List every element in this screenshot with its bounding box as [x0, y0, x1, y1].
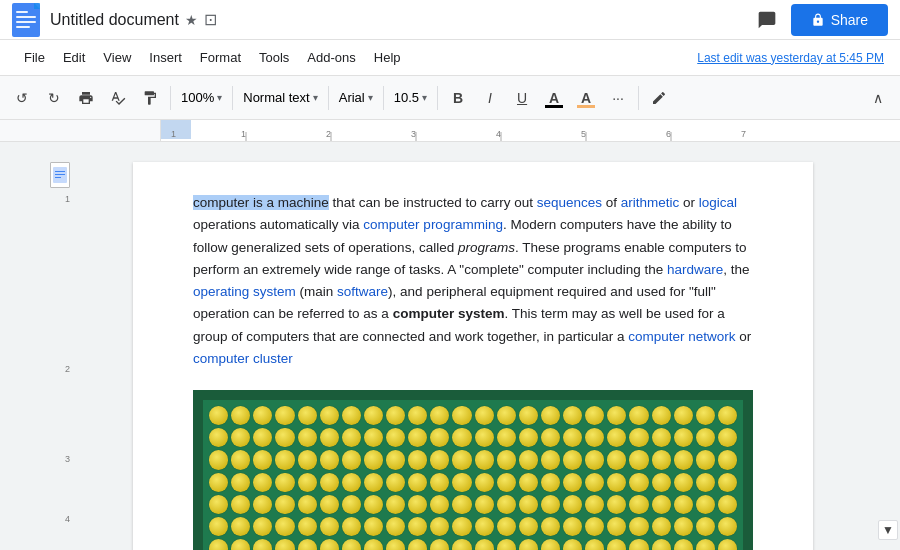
- menu-edit[interactable]: Edit: [55, 46, 93, 69]
- circuit-dot: [519, 406, 538, 425]
- document-page[interactable]: computer is a machine that can be instru…: [133, 162, 813, 550]
- doc-title-row: Untitled document ★ ⊡: [50, 10, 751, 29]
- circuit-dot: [298, 495, 317, 514]
- circuit-dot: [475, 539, 494, 550]
- circuit-dot: [430, 450, 449, 469]
- print-button[interactable]: [72, 84, 100, 112]
- menu-view[interactable]: View: [95, 46, 139, 69]
- circuit-dot: [298, 539, 317, 550]
- link-software[interactable]: software: [337, 284, 388, 299]
- style-selector[interactable]: Normal text ▾: [239, 88, 321, 107]
- circuit-dot: [364, 473, 383, 492]
- bold-computer-system: computer system: [393, 306, 505, 321]
- doc-scroll-area[interactable]: computer is a machine that can be instru…: [70, 142, 876, 550]
- edit-button[interactable]: [645, 84, 673, 112]
- circuit-dot: [253, 473, 272, 492]
- circuit-dot: [563, 517, 582, 536]
- font-color-label: A: [549, 90, 559, 106]
- paint-button[interactable]: [136, 84, 164, 112]
- doc-title[interactable]: Untitled document: [50, 11, 179, 29]
- link-sequences[interactable]: sequences: [537, 195, 602, 210]
- font-selector[interactable]: Arial ▾: [335, 88, 377, 107]
- circuit-dot: [629, 517, 648, 536]
- menu-help[interactable]: Help: [366, 46, 409, 69]
- undo-button[interactable]: ↺: [8, 84, 36, 112]
- share-button[interactable]: Share: [791, 4, 888, 36]
- doc-content[interactable]: computer is a machine that can be instru…: [193, 192, 753, 550]
- circuit-dot: [298, 517, 317, 536]
- title-bar: Untitled document ★ ⊡ Share: [0, 0, 900, 40]
- highlight-button[interactable]: A: [572, 84, 600, 112]
- font-value: Arial: [339, 90, 365, 105]
- circuit-dot: [585, 517, 604, 536]
- folder-icon[interactable]: ⊡: [204, 10, 217, 29]
- more-button[interactable]: ···: [604, 84, 632, 112]
- svg-rect-15: [55, 177, 61, 178]
- circuit-dot: [497, 517, 516, 536]
- redo-button[interactable]: ↻: [40, 84, 68, 112]
- circuit-dot: [386, 473, 405, 492]
- size-selector[interactable]: 10.5 ▾: [390, 88, 431, 107]
- menu-format[interactable]: Format: [192, 46, 249, 69]
- star-icon[interactable]: ★: [185, 12, 198, 28]
- circuit-dot: [497, 539, 516, 550]
- italic-button[interactable]: I: [476, 84, 504, 112]
- zoom-selector[interactable]: 100% ▾: [177, 88, 226, 107]
- circuit-dot: [475, 495, 494, 514]
- svg-rect-1: [16, 11, 28, 13]
- link-arithmetic[interactable]: arithmetic: [621, 195, 680, 210]
- divider-2: [232, 86, 233, 110]
- circuit-dot: [364, 450, 383, 469]
- circuit-dot: [342, 473, 361, 492]
- menu-tools[interactable]: Tools: [251, 46, 297, 69]
- circuit-dot: [696, 517, 715, 536]
- circuit-dot: [541, 406, 560, 425]
- circuit-dot: [585, 473, 604, 492]
- circuit-dot: [209, 495, 228, 514]
- circuit-dot: [386, 517, 405, 536]
- link-logical[interactable]: logical: [699, 195, 737, 210]
- link-hardware[interactable]: hardware: [667, 262, 723, 277]
- circuit-dot: [386, 539, 405, 550]
- divider-1: [170, 86, 171, 110]
- spellcheck-button[interactable]: [104, 84, 132, 112]
- circuit-dot: [563, 539, 582, 550]
- font-chevron: ▾: [368, 92, 373, 103]
- link-computer-network[interactable]: computer network: [628, 329, 735, 344]
- link-computer-programming[interactable]: computer programming: [363, 217, 503, 232]
- menu-insert[interactable]: Insert: [141, 46, 190, 69]
- link-computer-cluster[interactable]: computer cluster: [193, 351, 293, 366]
- circuit-dot: [718, 473, 737, 492]
- collapse-toolbar-button[interactable]: ∧: [864, 84, 892, 112]
- circuit-dot: [519, 473, 538, 492]
- circuit-dot: [209, 406, 228, 425]
- circuit-dot: [364, 539, 383, 550]
- circuit-dot: [497, 406, 516, 425]
- circuit-dot: [541, 517, 560, 536]
- link-operating-system[interactable]: operating system: [193, 284, 296, 299]
- circuit-dot: [408, 406, 427, 425]
- circuit-dot: [253, 539, 272, 550]
- circuit-dot: [674, 495, 693, 514]
- spellcheck-icon: [110, 90, 126, 106]
- print-icon: [78, 90, 94, 106]
- menu-file[interactable]: File: [16, 46, 53, 69]
- circuit-dot: [408, 539, 427, 550]
- svg-rect-4: [16, 26, 30, 28]
- scroll-down-button[interactable]: ▼: [878, 520, 898, 540]
- page-nav-icon[interactable]: [50, 162, 70, 188]
- circuit-dot: [298, 428, 317, 447]
- circuit-dot: [652, 450, 671, 469]
- circuit-dot: [674, 473, 693, 492]
- menu-addons[interactable]: Add-ons: [299, 46, 363, 69]
- bold-button[interactable]: B: [444, 84, 472, 112]
- underline-button[interactable]: U: [508, 84, 536, 112]
- circuit-dot: [364, 517, 383, 536]
- circuit-dot: [320, 450, 339, 469]
- font-color-bar: [545, 105, 563, 108]
- comment-button[interactable]: [751, 4, 783, 36]
- circuit-dot: [231, 450, 250, 469]
- font-color-button[interactable]: A: [540, 84, 568, 112]
- ruler-ticks: [161, 120, 900, 141]
- circuit-dot: [519, 428, 538, 447]
